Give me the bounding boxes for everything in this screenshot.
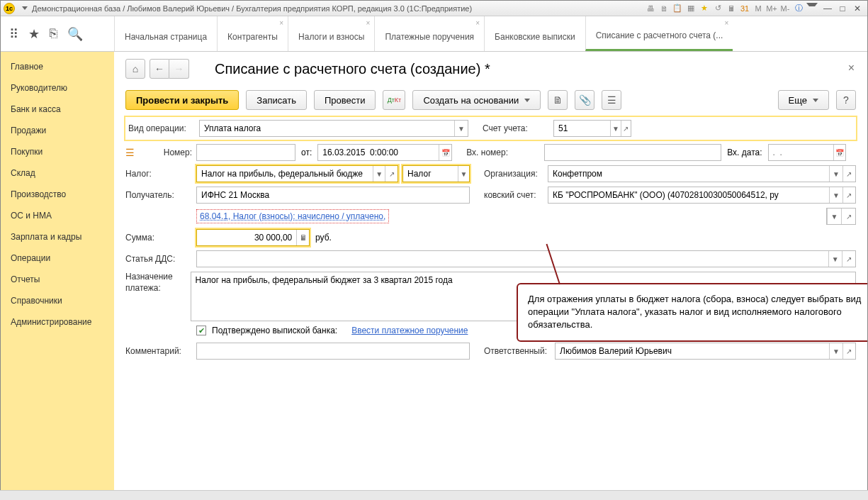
more-button[interactable]: Еще	[778, 90, 829, 110]
star-icon[interactable]: ★	[699, 3, 710, 14]
tab-taxes[interactable]: Налоги и взносы×	[288, 16, 374, 51]
sidebar-item-manager[interactable]: Руководителю	[1, 77, 114, 99]
minimize-button[interactable]: —	[821, 3, 835, 14]
calendar-icon[interactable]: 📅	[439, 145, 451, 160]
date-field[interactable]: 📅	[317, 144, 452, 161]
open-icon[interactable]: ↗	[841, 209, 855, 224]
responsible-field[interactable]: ▼↗	[555, 343, 856, 360]
ext-number-input[interactable]	[545, 145, 721, 160]
open-icon[interactable]: ↗	[621, 121, 631, 136]
tax-field[interactable]: ▼↗	[196, 165, 398, 182]
op-type-input[interactable]	[200, 121, 454, 136]
open-icon[interactable]: ↗	[842, 251, 855, 267]
apps-icon[interactable]: ⠿	[9, 26, 18, 42]
sidebar-item-warehouse[interactable]: Склад	[1, 162, 114, 184]
recipient-input[interactable]	[197, 187, 469, 203]
bank-acc-input[interactable]	[548, 187, 829, 203]
save-button[interactable]: Записать	[246, 90, 307, 110]
account-field[interactable]: ▼↗	[553, 120, 631, 137]
close-icon[interactable]: ×	[279, 19, 283, 27]
debt-link[interactable]: 68.04.1, Налог (взносы): начислено / упл…	[196, 209, 389, 223]
create-based-button[interactable]: Создать на основании	[412, 90, 541, 110]
m-icon[interactable]: M	[753, 3, 764, 14]
app-menu-caret[interactable]	[22, 6, 28, 10]
sidebar-item-production[interactable]: Производство	[1, 184, 114, 205]
enter-payment-order-link[interactable]: Ввести платежное поручение	[351, 326, 468, 335]
number-field[interactable]	[196, 144, 295, 161]
account-input[interactable]	[554, 121, 610, 136]
sidebar-item-sales[interactable]: Продажи	[1, 120, 114, 141]
chevron-down-icon[interactable]: ▼	[828, 251, 842, 267]
clipboard-icon[interactable]: 📋	[672, 3, 683, 14]
tab-counterparties[interactable]: Контрагенты×	[217, 16, 288, 51]
back-button[interactable]: ←	[150, 59, 169, 79]
ext-number-field[interactable]	[544, 144, 721, 161]
sidebar-item-purchases[interactable]: Покупки	[1, 141, 114, 162]
close-button[interactable]: ✕	[850, 3, 864, 14]
tax-kind-input[interactable]	[403, 166, 458, 182]
tab-writeoff[interactable]: Списание с расчетного счета (...×	[585, 16, 733, 51]
op-type-field[interactable]: ▼	[199, 120, 468, 137]
sum-field[interactable]: 🖩	[196, 229, 310, 246]
search-icon[interactable]: 🔍	[67, 26, 83, 42]
bank-acc-field[interactable]: ▼↗	[548, 187, 856, 204]
list-button[interactable]: ☰	[602, 90, 621, 110]
m-plus-icon[interactable]: M+	[766, 3, 777, 14]
chevron-down-icon[interactable]: ▼	[610, 121, 620, 136]
comment-input[interactable]	[197, 343, 469, 359]
close-icon[interactable]: ×	[724, 19, 728, 27]
maximize-button[interactable]: □	[835, 3, 850, 14]
dds-field[interactable]: ▼↗	[196, 250, 856, 267]
dt-kt-button[interactable]: ДтКт	[383, 90, 405, 110]
history-icon[interactable]: ↺	[712, 3, 723, 14]
print-icon[interactable]: 🖶	[645, 3, 656, 14]
info-caret[interactable]	[806, 3, 818, 14]
sidebar-item-main[interactable]: Главное	[1, 56, 114, 77]
doc-icon[interactable]: 🗎	[658, 3, 670, 14]
sidebar-item-operations[interactable]: Операции	[1, 248, 114, 269]
tab-bank-statements[interactable]: Банковские выписки	[484, 16, 585, 51]
org-input[interactable]	[548, 166, 829, 182]
forward-button[interactable]: →	[169, 59, 189, 79]
tab-payments[interactable]: Платежные поручения×	[374, 16, 484, 51]
open-icon[interactable]: ↗	[842, 187, 855, 203]
calculator-icon[interactable]: 🖩	[296, 230, 309, 245]
open-icon[interactable]: ↗	[385, 166, 398, 182]
close-icon[interactable]: ×	[366, 19, 371, 27]
post-button[interactable]: Провести	[314, 90, 376, 110]
m-minus-icon[interactable]: M-	[779, 3, 791, 14]
comment-field[interactable]	[196, 343, 470, 360]
calendar-icon[interactable]: 📅	[833, 145, 845, 160]
info-icon[interactable]: ⓘ	[793, 3, 804, 14]
chevron-down-icon[interactable]: ▼	[829, 187, 842, 203]
sidebar-item-admin[interactable]: Администрирование	[1, 311, 114, 333]
attach-button[interactable]: 📎	[575, 90, 594, 110]
ext-date-input[interactable]	[769, 145, 833, 160]
grid-icon[interactable]: ▦	[685, 3, 697, 14]
post-and-close-button[interactable]: Провести и закрыть	[125, 90, 239, 110]
open-icon[interactable]: ↗	[842, 343, 855, 359]
tab-start[interactable]: Начальная страница	[114, 16, 217, 51]
chevron-down-icon[interactable]: ▼	[829, 343, 842, 359]
calendar-icon[interactable]: 31	[739, 3, 750, 14]
open-icon[interactable]: ↗	[842, 166, 855, 182]
chevron-down-icon[interactable]: ▼	[458, 166, 469, 182]
form-close-button[interactable]: ×	[848, 62, 855, 74]
chevron-down-icon[interactable]: ▼	[829, 166, 842, 182]
sidebar-item-catalogs[interactable]: Справочники	[1, 290, 114, 311]
extra-field[interactable]: ▼↗	[826, 208, 856, 225]
chevron-down-icon[interactable]: ▼	[827, 209, 841, 224]
dds-input[interactable]	[197, 251, 828, 267]
home-button[interactable]: ⌂	[125, 59, 145, 79]
tax-kind-field[interactable]: ▼	[402, 165, 470, 182]
sidebar-item-reports[interactable]: Отчеты	[1, 269, 114, 290]
help-button[interactable]: ?	[836, 90, 856, 110]
chevron-down-icon[interactable]: ▼	[454, 121, 468, 136]
confirmed-checkbox[interactable]: ✔	[196, 326, 206, 335]
recipient-field[interactable]	[196, 187, 470, 204]
calc-icon[interactable]: 🖩	[726, 3, 737, 14]
responsible-input[interactable]	[556, 343, 829, 359]
close-icon[interactable]: ×	[475, 19, 480, 27]
ext-date-field[interactable]: 📅	[768, 144, 846, 161]
sidebar-item-assets[interactable]: ОС и НМА	[1, 205, 114, 226]
